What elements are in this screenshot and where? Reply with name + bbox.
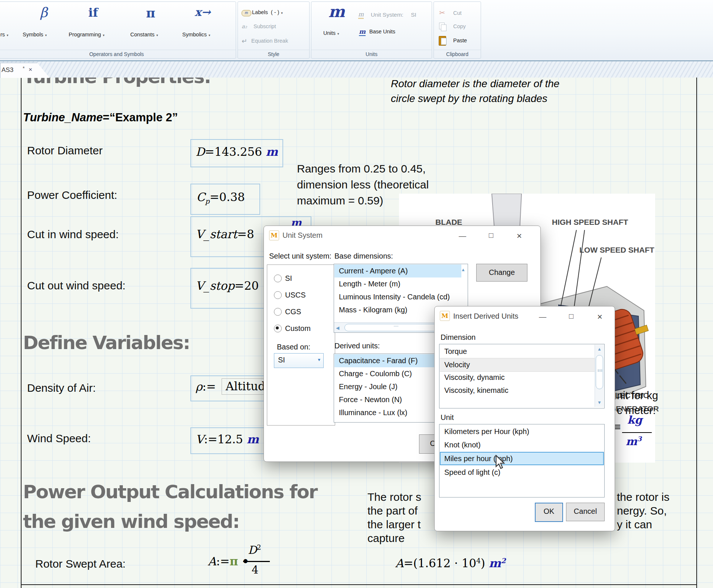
- scrollbar-thumb[interactable]: ≡≡: [596, 355, 603, 389]
- group-label-clipboard: Clipboard: [434, 50, 481, 57]
- list-item[interactable]: Length - Meter (m): [334, 277, 467, 290]
- rotor-note-line2: circle swept by the rotating blades: [391, 93, 547, 105]
- minimize-icon[interactable]: —: [534, 313, 551, 321]
- bottom-text-line4: capture: [367, 532, 405, 545]
- rotor-swept-area-label: Rotor Swept Area:: [35, 558, 125, 570]
- page-break-line: [21, 584, 697, 585]
- kg-fragment-1: nit for kg: [617, 390, 658, 402]
- chevron-down-icon: ▾: [209, 33, 210, 37]
- heading-turbine-properties: Turbine Properties:: [23, 77, 210, 88]
- maximize-icon[interactable]: □: [563, 312, 580, 321]
- beta-icon: β: [33, 5, 55, 20]
- maximize-icon[interactable]: □: [483, 231, 500, 240]
- scroll-up-icon[interactable]: ▲: [461, 267, 465, 272]
- chevron-down-icon: ▾: [337, 32, 339, 36]
- bottom-right-line3: y it can: [617, 518, 652, 531]
- list-item[interactable]: Current - Ampere (A): [334, 265, 461, 277]
- rotor-diameter-math[interactable]: D=143.256 m: [190, 139, 283, 167]
- list-item-selected-mph[interactable]: Miles per hour (mph): [440, 452, 604, 465]
- group-label-units: Units: [311, 50, 432, 57]
- radio-custom[interactable]: [274, 325, 282, 332]
- select-unit-system-label: Select unit system:: [269, 252, 331, 260]
- derived-units-label: Derived units:: [334, 342, 380, 350]
- base-units-icon: m: [359, 28, 366, 36]
- power-coefficient-label: Power Coefficient:: [27, 189, 117, 201]
- insert-derived-units-dialog: M Insert Derived Units — □ × Dimension T…: [434, 306, 615, 531]
- change-button[interactable]: Change: [476, 264, 527, 282]
- based-on-label: Based on:: [277, 343, 310, 351]
- group-label-style: Style: [238, 50, 309, 57]
- ranges-note: Ranges from 0.25 to 0.45, dimension less…: [297, 161, 429, 208]
- dimension-list[interactable]: Torque Velocity Viscosity, dynamic Visco…: [439, 344, 605, 408]
- radio-uscs[interactable]: [274, 291, 282, 299]
- mathcad-logo-icon: M: [440, 311, 450, 321]
- unit-list[interactable]: Kilometers per Hour (kph) Knot (knot) Mi…: [439, 424, 605, 497]
- page-margin-right: [696, 77, 697, 588]
- based-on-dropdown[interactable]: SI ▾: [274, 353, 324, 368]
- mathcad-logo-icon: M: [269, 230, 279, 240]
- scroll-down-icon[interactable]: ▼: [597, 400, 602, 405]
- unit-system-dialog-title: Unit System: [282, 231, 323, 240]
- insert-dialog-title: Insert Derived Units: [453, 312, 519, 321]
- bottom-right-line2: nergy. So,: [617, 505, 667, 517]
- density-label: Density of Air:: [27, 382, 96, 394]
- ribbon: rs▾ β Symbols▾ if Programming▾ π Constan…: [0, 0, 713, 61]
- radio-cgs[interactable]: [274, 308, 282, 316]
- chevron-down-icon: ▾: [156, 33, 158, 37]
- density-inner-box: Altitud: [222, 378, 269, 395]
- ribbon-group-style: m Labels ( - )▾ a₂ Subscript ↵ Equation …: [238, 1, 310, 59]
- power-coefficient-math[interactable]: Cp=0.38: [190, 184, 260, 215]
- minimize-icon[interactable]: —: [454, 232, 471, 240]
- heading-power-output-1: Power Output Calculations for: [23, 481, 317, 503]
- scroll-left-icon[interactable]: ◀: [336, 325, 339, 331]
- turbine-name-region[interactable]: Turbine_Name=“Example 2”: [23, 111, 178, 124]
- bottom-text-line1: The rotor s: [367, 491, 421, 503]
- list-item[interactable]: Speed of light (c): [440, 466, 604, 479]
- group-label-operators: Operators and Symbols: [0, 50, 236, 57]
- document-tab-strip: AS3 * ×: [0, 60, 713, 78]
- scroll-up-icon[interactable]: ▲: [597, 346, 602, 352]
- list-item[interactable]: Knot (knot): [440, 438, 604, 451]
- rotor-diameter-label: Rotor Diameter: [27, 144, 102, 157]
- bottom-right-line1: the rotor is: [617, 491, 670, 503]
- unit-system-icon: m: [358, 11, 364, 19]
- unit-label: Unit: [441, 413, 454, 422]
- page-margin-left: [21, 77, 22, 588]
- chevron-down-icon: ▾: [281, 11, 283, 15]
- cancel-button[interactable]: Cancel: [566, 503, 605, 521]
- chevron-down-icon: ▾: [103, 33, 105, 37]
- high-speed-shaft-label: HIGH SPEED SHAFT: [552, 218, 628, 227]
- list-item[interactable]: Luminous Intensity - Candela (cd): [334, 290, 467, 303]
- list-item-selected[interactable]: Velocity: [440, 358, 595, 372]
- base-dimensions-label: Base dimensions:: [334, 252, 393, 260]
- ribbon-group-units: m Units▾ m Unit System: SI m Base Units …: [311, 1, 432, 59]
- mouse-cursor: [494, 455, 507, 471]
- ok-button[interactable]: OK: [535, 503, 563, 522]
- list-item[interactable]: Viscosity, dynamic: [440, 371, 604, 384]
- tab-close-icon[interactable]: ×: [29, 66, 32, 73]
- vertical-scrollbar[interactable]: ▲ ≡≡ ▼: [595, 345, 604, 407]
- radio-si[interactable]: [274, 275, 282, 282]
- ribbon-group-clipboard: ✂ Cut Copy Paste Clipboard: [434, 1, 481, 59]
- list-item[interactable]: Kilometers per Hour (kph): [440, 425, 604, 438]
- symbolics-icon: x→: [190, 6, 216, 19]
- list-item[interactable]: Torque: [440, 345, 604, 358]
- rotor-note-line1: Rotor diameter is the diameter of the: [391, 78, 559, 90]
- wind-speed-label: Wind Speed:: [27, 432, 91, 445]
- document-tab[interactable]: AS3 * ×: [0, 63, 50, 78]
- chevron-down-icon: ▾: [45, 33, 47, 37]
- list-item[interactable]: Viscosity, kinematic: [440, 384, 604, 397]
- chevron-down-icon: ▾: [7, 33, 9, 37]
- scissors-icon: ✂: [439, 9, 445, 17]
- label-tag-icon: m: [242, 10, 251, 16]
- operators-button-partial[interactable]: rs▾: [0, 32, 9, 37]
- low-speed-shaft-label: LOW SPEED SHAFT: [579, 246, 654, 254]
- unit-m-icon: m: [326, 3, 348, 21]
- close-icon[interactable]: ×: [591, 312, 608, 322]
- chevron-down-icon: ▾: [318, 357, 320, 362]
- bottom-text-line2: the part of: [367, 505, 418, 517]
- close-icon[interactable]: ×: [511, 231, 528, 241]
- heading-power-output-2: the given wind speed:: [23, 511, 239, 532]
- equation-break-icon: ↵: [242, 37, 247, 45]
- pi-icon: π: [140, 6, 162, 20]
